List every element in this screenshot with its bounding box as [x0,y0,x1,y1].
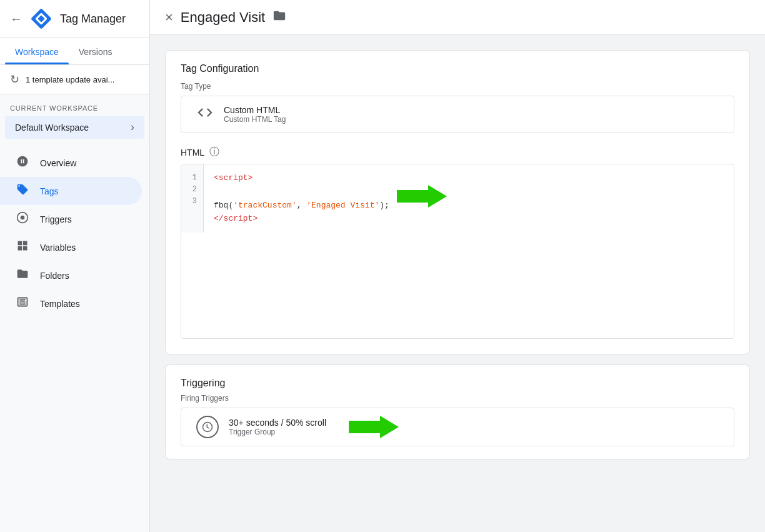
trigger-info: 30+ seconds / 50% scroll Trigger Group [229,418,326,436]
tag-configuration-card: Tag Configuration Tag Type Custom HTML C… [165,50,750,354]
sidebar-item-triggers[interactable]: Triggers [0,205,142,233]
close-button[interactable]: × [165,9,173,26]
triggers-icon [15,211,30,227]
tag-type-label: Tag Type [166,82,749,96]
sidebar-tabs: Workspace Versions [0,38,149,65]
update-banner[interactable]: ↻ 1 template update avai... [0,65,149,94]
code-brackets-icon [196,104,214,125]
sidebar-item-tags[interactable]: Tags [0,177,142,205]
overview-icon [15,155,30,171]
back-button[interactable]: ← [10,12,22,26]
workspace-name: Default Workspace [15,123,89,133]
trigger-name: 30+ seconds / 50% scroll [229,418,326,428]
templates-icon [15,296,30,311]
update-text: 1 template update avai... [26,75,114,84]
svg-marker-7 [349,416,399,438]
type-name: Custom HTML [224,105,286,115]
sidebar-label-variables: Variables [40,243,76,253]
detail-title: Engaged Visit [181,9,265,26]
type-sub: Custom HTML Tag [224,115,286,124]
sidebar-header: ← Tag Manager [0,0,149,38]
line-numbers: 1 2 3 [181,164,204,233]
html-label-row: HTML ⓘ [166,146,749,164]
tab-workspace[interactable]: Workspace [5,38,69,64]
chevron-right-icon: › [131,121,134,134]
sidebar-label-templates: Templates [40,299,80,309]
trigger-type: Trigger Group [229,428,326,436]
folder-icon [272,9,286,26]
trigger-row[interactable]: 30+ seconds / 50% scroll Trigger Group [181,408,734,446]
code-line-1: <script> [214,172,724,185]
arrow-2 [349,416,399,438]
firing-label: Firing Triggers [166,394,749,408]
html-label: HTML [181,148,204,158]
code-content: <script> fbq('trackCustom', 'Engaged Vis… [204,164,734,233]
green-arrow-1 [397,185,447,208]
triggering-card: Triggering Firing Triggers 30+ seconds /… [165,364,750,459]
sidebar-item-folders[interactable]: Folders [0,261,142,289]
variables-icon [15,239,30,255]
detail-header: × Engaged Visit [150,0,765,35]
detail-body: Tag Configuration Tag Type Custom HTML C… [150,35,765,532]
app-title: Tag Manager [60,13,126,26]
triggering-title: Triggering [166,365,749,394]
arrow-1 [397,185,447,208]
current-workspace-label: CURRENT WORKSPACE [0,94,149,116]
type-info: Custom HTML Custom HTML Tag [224,105,286,124]
sidebar-item-templates[interactable]: Templates [0,289,142,318]
folders-icon [15,268,30,283]
sidebar-label-triggers: Triggers [40,214,72,224]
sidebar: ← Tag Manager Workspace Versions ↻ 1 tem… [0,0,150,532]
sidebar-label-folders: Folders [40,271,69,281]
app-logo [30,8,52,30]
update-icon: ↻ [10,73,19,86]
trigger-icon [196,416,219,438]
workspace-selector[interactable]: Default Workspace › [5,116,144,139]
sidebar-item-variables[interactable]: Variables [0,233,142,261]
code-line-2: fbq('trackCustom', 'Engaged Visit'); [214,185,724,213]
svg-marker-5 [397,185,447,208]
code-editor[interactable]: 1 2 3 <script> fbq('trackCustom', 'Engag… [181,164,734,339]
sidebar-label-overview: Overview [40,158,76,168]
tags-icon [15,183,30,199]
tag-config-title: Tag Configuration [166,51,749,82]
green-arrow-2 [349,416,399,438]
svg-point-4 [21,216,25,220]
main-content: × Engaged Visit Tag Configuration Tag Ty… [150,0,765,532]
tag-type-row[interactable]: Custom HTML Custom HTML Tag [181,96,734,133]
tab-versions[interactable]: Versions [69,38,122,64]
code-line-3: </script> [214,213,724,226]
sidebar-item-overview[interactable]: Overview [0,149,142,177]
sidebar-label-tags: Tags [40,186,59,196]
help-icon[interactable]: ⓘ [209,146,219,159]
nav-items: Overview Tags Triggers Variables [0,144,149,323]
